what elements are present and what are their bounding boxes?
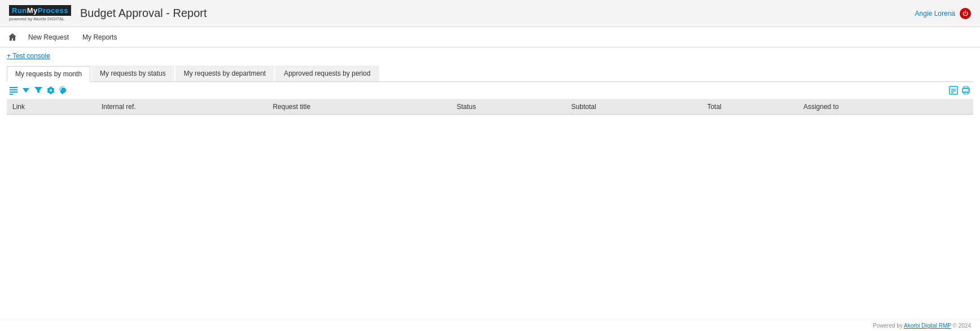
print-icon[interactable] [961,85,971,95]
col-title: Request title [267,99,451,115]
toolbar-right [948,85,971,95]
test-console-link[interactable]: Test console [7,52,50,60]
header-right: Angie Lorena ⏻ [915,8,971,19]
svg-rect-3 [10,94,13,95]
table-header: Link Internal ref. Request title Status … [7,99,973,115]
svg-point-6 [50,89,52,92]
svg-rect-2 [10,92,17,93]
select-all-icon[interactable] [9,86,18,95]
data-table: Link Internal ref. Request title Status … [7,99,973,115]
svg-point-14 [968,90,969,91]
toolbar [7,82,973,99]
svg-marker-4 [23,88,29,93]
content-area: Test console My requests by month My req… [0,47,980,119]
nav-item-new-request[interactable]: New Request [23,31,74,43]
collapse-icon[interactable] [21,86,30,95]
tab-department[interactable]: My requests by department [175,66,274,81]
tab-approved[interactable]: Approved requests by period [275,66,379,81]
col-ref: Internal ref. [96,99,267,115]
toolbar-left [9,86,68,95]
filter-icon[interactable] [34,86,43,95]
col-total: Total [701,99,798,115]
tabs-container: My requests by month My requests by stat… [7,66,973,82]
col-subtotal: Subtotal [566,99,702,115]
tab-status[interactable]: My requests by status [91,66,174,81]
col-link: Link [7,99,96,115]
header: RunMyProcess powered by Akorbi DIGITAL B… [0,0,980,27]
svg-rect-1 [10,89,17,90]
table-container: Link Internal ref. Request title Status … [7,99,973,115]
logo-main: RunMyProcess [9,5,71,16]
page-title: Budget Approval - Report [80,7,207,20]
settings-icon[interactable] [46,86,55,95]
home-button[interactable] [5,31,20,44]
export-icon[interactable] [948,85,959,95]
nav-item-my-reports[interactable]: My Reports [77,31,122,43]
header-left: RunMyProcess powered by Akorbi DIGITAL B… [9,5,207,21]
col-assigned: Assigned to [798,99,973,115]
logout-button[interactable]: ⏻ [960,8,971,19]
user-name: Angie Lorena [915,10,955,18]
logo-sub: powered by Akorbi DIGITAL [9,16,65,21]
home-icon [8,33,17,42]
navbar: New Request My Reports [0,27,980,47]
svg-rect-0 [10,87,17,88]
logo: RunMyProcess powered by Akorbi DIGITAL [9,5,71,21]
svg-rect-7 [950,86,957,94]
col-status: Status [451,99,565,115]
refresh-icon[interactable] [59,86,68,95]
tab-month[interactable]: My requests by month [7,66,90,82]
